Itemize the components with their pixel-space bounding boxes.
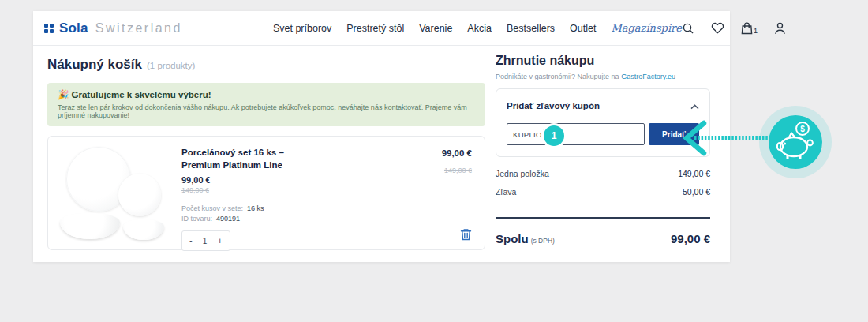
- quantity-value: 1: [203, 237, 208, 245]
- banner-title: 🎉 Gratulujeme k skvelému výberu!: [58, 89, 475, 100]
- nav-item-magazin[interactable]: Magazínspire: [611, 22, 682, 34]
- coupon-accordion: Pridať zľavový kupón KUPLIO Pridať: [496, 88, 710, 157]
- cart-section: Nákupný košík (1 produkty) 🎉 Gratulujeme…: [47, 54, 485, 250]
- vat-note: (s DPH): [531, 237, 555, 245]
- svg-text:$: $: [800, 125, 805, 133]
- product-card: Porcelánový set 16 ks – Premium Platinum…: [47, 136, 485, 250]
- apply-coupon-button[interactable]: Pridať: [649, 123, 699, 145]
- nav-item-prestrety-stol[interactable]: Prestretý stôl: [346, 23, 404, 34]
- product-price: 99,00 €: [181, 175, 402, 185]
- nav-item-outlet[interactable]: Outlet: [570, 23, 596, 34]
- summary-rows: Jedna položka 149,00 € Zľava - 50,00 €: [496, 169, 710, 197]
- gastro-note: Podnikáte v gastronómii? Nakupujte na Ga…: [496, 73, 710, 80]
- step-badge: 1: [544, 125, 564, 146]
- congrats-banner: 🎉 Gratulujeme k skvelému výberu! Teraz s…: [47, 83, 485, 126]
- user-account-icon[interactable]: [774, 22, 786, 35]
- bowl-large: [60, 213, 120, 239]
- nav-item-akcia[interactable]: Akcia: [467, 23, 492, 34]
- banner-text: Teraz ste len pár krokov od dokončenia v…: [58, 103, 475, 119]
- summary-title: Zhrnutie nákupu: [496, 54, 710, 68]
- product-meta: Počet kusov v sete:16 ks ID tovaru:49019…: [181, 204, 402, 223]
- cart-title-row: Nákupný košík (1 produkty): [47, 57, 485, 73]
- summary-row-subtotal: Jedna položka 149,00 €: [496, 169, 710, 178]
- total-row: Spolu(s DPH) 99,00 €: [496, 232, 710, 245]
- search-icon[interactable]: [682, 22, 694, 35]
- quantity-increase-button[interactable]: +: [218, 236, 223, 245]
- trash-icon: [460, 231, 472, 243]
- site-header: Sola Switzerland Svet príborov Prestretý…: [33, 11, 730, 46]
- chevron-up-icon: [690, 99, 699, 113]
- logo-region: Switzerland: [95, 21, 182, 36]
- product-price-column: 99,00 € 149,00 €: [402, 147, 472, 240]
- product-name[interactable]: Porcelánový set 16 ks – Premium Platinum…: [181, 147, 320, 171]
- total-divider: [496, 217, 710, 219]
- meta-product-id: ID tovaru:490191: [181, 215, 402, 223]
- coupon-accordion-toggle[interactable]: Pridať zľavový kupón: [507, 99, 699, 113]
- total-value: 99,00 €: [671, 232, 710, 245]
- order-summary: Zhrnutie nákupu Podnikáte v gastronómii?…: [496, 54, 710, 250]
- piggy-bank-badge: $: [758, 104, 833, 180]
- logo-brand: Sola: [59, 21, 88, 36]
- wishlist-heart-icon[interactable]: [711, 22, 724, 34]
- coupon-input-value: KUPLIO: [513, 130, 542, 139]
- quantity-stepper[interactable]: - 1 +: [181, 230, 230, 251]
- meta-set-count: Počet kusov v sete:16 ks: [181, 204, 402, 212]
- product-image[interactable]: [60, 147, 170, 240]
- delete-item-button[interactable]: [460, 228, 472, 241]
- nav-item-varenie[interactable]: Varenie: [419, 23, 452, 34]
- cart-count-badge: 1: [754, 27, 758, 35]
- page-body: Nákupný košík (1 produkty) 🎉 Gratulujeme…: [33, 46, 730, 250]
- cart-item-count: (1 produkty): [147, 61, 195, 70]
- quantity-decrease-button[interactable]: -: [189, 236, 193, 245]
- main-nav: Svet príborov Prestretý stôl Varenie Akc…: [273, 22, 682, 34]
- coupon-input-row: KUPLIO Pridať: [507, 123, 699, 145]
- coupon-code-input[interactable]: KUPLIO: [507, 123, 645, 145]
- cart-bag-icon[interactable]: 1: [741, 22, 758, 35]
- coupon-label: Pridať zľavový kupón: [507, 101, 600, 110]
- bowl-small: [123, 219, 164, 240]
- product-info: Porcelánový set 16 ks – Premium Platinum…: [181, 147, 402, 240]
- gastrofactory-link[interactable]: GastroFactory.eu: [621, 73, 675, 80]
- main-content-card: Sola Switzerland Svet príborov Prestretý…: [33, 11, 730, 262]
- logo[interactable]: Sola Switzerland: [44, 21, 182, 36]
- total-label: Spolu(s DPH): [496, 232, 555, 245]
- page-title: Nákupný košík: [47, 57, 142, 73]
- product-old-price: 149,00 €: [181, 186, 402, 194]
- piggy-bank-icon: $: [758, 104, 833, 180]
- header-icons: 1: [682, 22, 786, 35]
- logo-icon: [44, 24, 54, 33]
- nav-item-bestsellers[interactable]: Bestsellers: [507, 23, 555, 34]
- nav-item-svet-priborov[interactable]: Svet príborov: [273, 23, 331, 34]
- plate-small: [118, 174, 161, 216]
- summary-row-discount: Zľava - 50,00 €: [496, 187, 710, 197]
